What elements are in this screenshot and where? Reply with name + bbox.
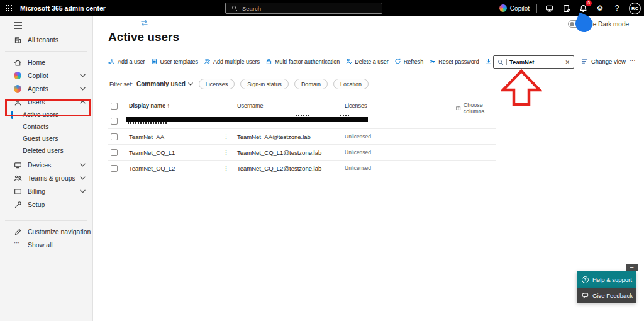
user-templates-button[interactable]: User templates [151,58,199,65]
copilot-icon [14,72,22,80]
teams-groups-icon [14,174,22,183]
table-row[interactable]: TeamNet_CQ_L2 ⋮ TeamNet_CQ_L2@testzone.l… [108,160,496,176]
sidebar-item-home[interactable]: Home [0,56,92,69]
reset-password-button[interactable]: Reset password [429,58,479,65]
choose-columns-button[interactable]: Choose columns [456,102,496,115]
table-row[interactable]: TeamNet_AA ⋮ TeamNet_AA@testzone.lab Unl… [108,129,496,145]
refresh-button[interactable]: Refresh [394,58,424,65]
sidebar-item-contacts[interactable]: Contacts [0,121,92,133]
sidebar: All tenants Home Copilot Agents Users Ac… [0,16,93,321]
minimize-widget-button[interactable]: – [626,264,638,271]
more-actions-icon[interactable]: ⋮ [223,129,229,145]
sidebar-item-deleted-users[interactable]: Deleted users [0,145,92,157]
delete-user-icon [345,58,352,65]
sidebar-item-guest-users[interactable]: Guest users [0,133,92,145]
multi-factor-authentication-button[interactable]: Multi-factor authentication [265,58,340,65]
sidebar-item-teams-groups[interactable]: Teams & groups [0,172,92,185]
delete-user-button[interactable]: Delete a user [345,58,389,65]
sidebar-item-setup[interactable]: Setup [0,198,92,211]
sidebar-item-billing[interactable]: Billing [0,185,92,198]
help-support-button[interactable]: ? Help & support [577,271,636,288]
sidebar-item-all-tenants[interactable]: All tenants [0,33,92,47]
select-all-checkbox[interactable] [111,103,118,110]
cell-display-name[interactable]: TeamNet_CQ_L2 [129,160,175,176]
waffle-menu-icon[interactable] [0,0,18,16]
filter-set-label: Filter set: [109,81,133,87]
search-icon [497,59,504,65]
filter-pill-location[interactable]: Location [333,79,369,89]
filter-pill-licenses[interactable]: Licenses [199,79,235,89]
more-actions-icon[interactable]: ⋮ [223,160,229,176]
copilot-button[interactable]: Copilot [499,4,530,12]
row-checkbox[interactable] [111,133,118,140]
overflow-menu-icon[interactable]: … [629,55,636,62]
command-bar: Add a user User templates Add multiple u… [108,58,526,65]
filter-set-dropdown[interactable]: Commonly used [136,81,193,87]
search-icon [231,5,238,11]
page-title: Active users [108,30,179,44]
account-avatar[interactable]: RC [629,3,641,14]
help-question-icon[interactable]: ? [612,3,622,13]
chevron-down-icon [80,74,86,77]
chevron-up-icon [80,100,86,104]
hamburger-menu-icon[interactable] [14,22,22,29]
global-search-input[interactable]: Search [225,3,382,14]
sidebar-item-show-all[interactable]: ⋯ Show all [0,239,92,252]
sidebar-item-customize-navigation[interactable]: Customize navigation [0,225,92,239]
give-feedback-button[interactable]: Give Feedback [577,288,636,303]
cell-display-name[interactable]: TeamNet_AA [129,129,164,145]
tenants-building-icon [14,36,22,44]
add-user-button[interactable]: Add a user [108,58,145,65]
global-search-placeholder: Search [242,5,261,12]
row-checkbox[interactable] [111,165,118,172]
user-search-box[interactable]: TeamNet ✕ [493,55,574,69]
row-checkbox[interactable] [111,149,118,156]
chevron-down-icon [80,163,86,167]
table-row-redacted[interactable] [108,113,496,129]
pencil-icon [14,228,22,236]
add-multiple-users-button[interactable]: Add multiple users [204,58,260,65]
table-row[interactable]: TeamNet_CQ_L1 ⋮ TeamNet_CQ_L1@testzone.l… [108,145,496,160]
sidebar-item-copilot[interactable]: Copilot [0,69,92,82]
chevron-down-icon [80,176,86,180]
sidebar-item-agents[interactable]: Agents [0,82,92,96]
swap-arrows-icon[interactable] [140,20,149,26]
sidebar-divider [5,220,87,221]
topbar-divider [536,4,537,13]
cell-license: Unlicensed [345,160,371,176]
dark-mode-toggle[interactable] [568,20,584,28]
cell-username: TeamNet_AA@testzone.lab [237,129,311,145]
sidebar-item-users[interactable]: Users [0,96,92,109]
row-checkbox[interactable] [111,118,118,125]
export-download-icon [485,58,492,65]
reset-password-key-icon [429,58,436,65]
filter-pill-domain[interactable]: Domain [294,79,328,89]
change-view-icon [581,58,588,65]
choose-columns-icon [456,105,461,111]
whats-new-document-icon[interactable] [561,3,571,13]
cell-display-name[interactable]: TeamNet_CQ_L1 [129,145,175,160]
dark-mode-control: ble Dark mode [568,20,629,28]
devices-monitor-icon [14,161,22,169]
sidebar-divider [5,51,87,52]
column-licenses[interactable]: Licenses [345,103,367,109]
cell-username: TeamNet_CQ_L1@testzone.lab [237,145,321,160]
column-username[interactable]: Username [237,103,264,109]
chevron-down-icon [188,82,193,86]
app-title[interactable]: Microsoft 365 admin center [20,4,106,12]
refresh-icon [394,58,401,65]
notifications-bell-icon[interactable]: 3 [578,3,588,13]
sidebar-item-devices[interactable]: Devices [0,159,92,172]
sort-ascending-icon: ↑ [167,103,170,109]
billing-card-icon [14,188,22,196]
admin-centers-monitor-icon[interactable] [544,3,554,13]
change-view-button[interactable]: Change view [581,58,626,65]
more-actions-icon[interactable]: ⋮ [223,145,229,160]
column-display-name[interactable]: Display name ↑ [129,103,170,109]
clear-search-icon[interactable]: ✕ [565,59,570,65]
sidebar-item-active-users[interactable]: Active users [0,109,92,121]
filter-pill-signin-status[interactable]: Sign-in status [240,79,289,89]
agents-icon [14,85,22,93]
cell-license: Unlicensed [345,129,371,145]
settings-gear-icon[interactable]: ⚙ [595,3,605,13]
